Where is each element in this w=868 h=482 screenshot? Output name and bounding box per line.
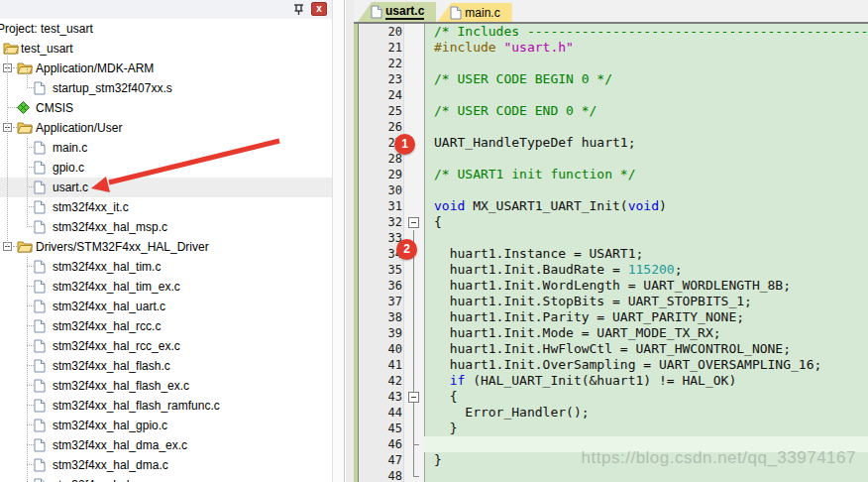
code-line-34[interactable]: 34 huart1.Instance = USART1; xyxy=(359,246,868,262)
tree-item-label: CMSIS xyxy=(36,101,73,115)
code-line-44[interactable]: 44 Error_Handler(); xyxy=(359,405,868,421)
tree-item-stm32f4xx-hal-flash-ramfunc-c[interactable]: stm32f4xx_hal_flash_ramfunc.c xyxy=(0,396,332,416)
line-number: 33 xyxy=(359,230,402,246)
code-line-35[interactable]: 35 huart1.Init.BaudRate = 115200; xyxy=(359,262,868,278)
folder-icon xyxy=(17,121,33,137)
file-icon xyxy=(34,399,46,416)
tree-item-stm32f4xx-hal-msp-c[interactable]: stm32f4xx_hal_msp.c xyxy=(0,217,332,237)
tree-item-gpio-c[interactable]: gpio.c xyxy=(0,158,332,178)
code-line-41[interactable]: 41 huart1.Init.OverSampling = UART_OVERS… xyxy=(359,357,868,373)
tab-usart-c[interactable]: usart.c xyxy=(358,2,436,22)
code-line-26[interactable]: 26 xyxy=(359,119,868,135)
tree-item-stm32f4xx-hal-rcc-c[interactable]: stm32f4xx_hal_rcc.c xyxy=(0,316,332,336)
fold-marker xyxy=(403,40,424,56)
code-line-29[interactable]: 29/* USART1 init function */ xyxy=(359,167,868,182)
code-text xyxy=(424,182,868,198)
tree-item-main-c[interactable]: main.c xyxy=(0,138,332,158)
tree-item-stm32f4xx-it-c[interactable]: stm32f4xx_it.c xyxy=(0,197,332,217)
line-number: 21 xyxy=(359,40,402,56)
tree-item-label: stm32f4xx_hal_tim_ex.c xyxy=(53,280,180,294)
code-line-20[interactable]: 20/* Includes --------------------------… xyxy=(359,24,868,40)
tree-item-stm32f4xx-hal-tim-c[interactable]: stm32f4xx_hal_tim.c xyxy=(0,257,332,277)
tree-item-label: stm32f4xx_hal_flash_ramfunc.c xyxy=(53,399,220,413)
tree-item-label: stm32f4xx_hal_rcc.c xyxy=(53,319,161,333)
tree-item-label: Drivers/STM32F4xx_HAL_Driver xyxy=(36,240,209,254)
fold-marker xyxy=(403,87,424,103)
tree-item-application-mdk-arm[interactable]: Application/MDK-ARM xyxy=(0,59,332,78)
tree-item-label: stm32f4xx_hal_tim.c xyxy=(53,260,161,274)
tree-item-stm32f4xx-hal-dma-c[interactable]: stm32f4xx_hal_dma.c xyxy=(0,455,332,475)
code-line-28[interactable]: 28 xyxy=(359,151,868,167)
file-icon xyxy=(34,419,46,435)
tree-item-test-usart[interactable]: test_usart xyxy=(0,39,332,59)
tree-item-cmsis[interactable]: CMSIS xyxy=(0,98,332,118)
code-line-48[interactable]: 48 xyxy=(359,468,868,482)
code-line-32[interactable]: 32{ xyxy=(359,214,868,230)
code-line-30[interactable]: 30 xyxy=(359,182,868,198)
code-line-37[interactable]: 37 huart1.Init.StopBits = UART_STOPBITS_… xyxy=(359,294,868,309)
pin-icon[interactable] xyxy=(291,2,306,17)
tree-item-application-user[interactable]: Application/User xyxy=(0,118,332,138)
code-line-21[interactable]: 21#include "usart.h" xyxy=(359,40,868,56)
tree-item-stm32f4xx-hal[interactable]: stm32f4xx_hal_ xyxy=(0,475,332,482)
file-icon xyxy=(34,300,46,316)
line-number: 46 xyxy=(359,436,402,452)
tree-item-startup-stm32f407xx-s[interactable]: startup_stm32f407xx.s xyxy=(0,78,332,98)
tree-item-label: main.c xyxy=(53,141,87,155)
code-line-31[interactable]: 31void MX_USART1_UART_Init(void) xyxy=(359,198,868,214)
line-number: 20 xyxy=(359,24,402,40)
line-number: 28 xyxy=(359,151,402,167)
code-text xyxy=(424,468,868,482)
tree-item-stm32f4xx-hal-rcc-ex-c[interactable]: stm32f4xx_hal_rcc_ex.c xyxy=(0,336,332,356)
line-number: 25 xyxy=(359,103,402,119)
folder-icon xyxy=(3,42,19,58)
close-icon[interactable]: x xyxy=(311,2,327,16)
code-line-25[interactable]: 25/* USER CODE END 0 */ xyxy=(359,103,868,119)
code-line-39[interactable]: 39 huart1.Init.Mode = UART_MODE_TX_RX; xyxy=(359,325,868,341)
code-text: /* USART1 init function */ xyxy=(424,167,868,182)
fold-marker xyxy=(403,421,424,436)
code-line-40[interactable]: 40 huart1.Init.HwFlowCtl = UART_HWCONTRO… xyxy=(359,341,868,357)
fold-marker xyxy=(403,309,424,325)
panel-splitter[interactable] xyxy=(346,0,354,482)
code-line-27[interactable]: 27UART_HandleTypeDef huart1; xyxy=(359,135,868,151)
line-number: 32 xyxy=(359,214,402,230)
tree-item-stm32f4xx-hal-uart-c[interactable]: stm32f4xx_hal_uart.c xyxy=(0,297,332,316)
tree-item-stm32f4xx-hal-gpio-c[interactable]: stm32f4xx_hal_gpio.c xyxy=(0,416,332,435)
tree-item-label: stm32f4xx_hal_gpio.c xyxy=(53,419,167,432)
code-text: if (HAL_UART_Init(&huart1) != HAL_OK) xyxy=(424,373,868,389)
file-icon xyxy=(34,339,46,356)
code-line-33[interactable]: 33 xyxy=(359,230,868,246)
fold-marker xyxy=(403,198,424,214)
tree-item-stm32f4xx-hal-flash-c[interactable]: stm32f4xx_hal_flash.c xyxy=(0,356,332,376)
code-line-23[interactable]: 23/* USER CODE BEGIN 0 */ xyxy=(359,71,868,87)
code-line-38[interactable]: 38 huart1.Init.Parity = UART_PARITY_NONE… xyxy=(359,309,868,325)
tree-item-stm32f4xx-hal-tim-ex-c[interactable]: stm32f4xx_hal_tim_ex.c xyxy=(0,277,332,297)
code-text: #include "usart.h" xyxy=(424,40,868,56)
fold-marker xyxy=(403,373,424,389)
file-icon xyxy=(34,200,46,217)
fold-marker[interactable] xyxy=(403,389,424,405)
fold-marker[interactable] xyxy=(403,214,424,230)
tree-item-stm32f4xx-hal-dma-ex-c[interactable]: stm32f4xx_hal_dma_ex.c xyxy=(0,435,332,455)
tree-item-usart-c[interactable]: usart.c xyxy=(0,178,332,197)
tree-item-stm32f4xx-hal-flash-ex-c[interactable]: stm32f4xx_hal_flash_ex.c xyxy=(0,376,332,396)
code-line-43[interactable]: 43 { xyxy=(359,389,868,405)
tree-item-label: stm32f4xx_it.c xyxy=(53,200,129,214)
code-editor[interactable]: 20/* Includes --------------------------… xyxy=(358,24,868,482)
tree-item-drivers-stm32f4xx-hal-driver[interactable]: Drivers/STM32F4xx_HAL_Driver xyxy=(0,237,332,257)
file-icon xyxy=(34,379,46,396)
code-line-45[interactable]: 45 } xyxy=(359,421,868,436)
code-line-36[interactable]: 36 huart1.Init.WordLength = UART_WORDLEN… xyxy=(359,278,868,294)
file-icon xyxy=(450,6,462,23)
file-icon xyxy=(34,280,46,297)
project-tree-scrollbar[interactable] xyxy=(332,0,345,482)
tree-item-project-test-usart[interactable]: Project: test_usart xyxy=(0,19,332,39)
code-line-24[interactable]: 24 xyxy=(359,87,868,103)
tree-item-label: stm32f4xx_hal_rcc_ex.c xyxy=(53,339,180,353)
code-line-42[interactable]: 42 if (HAL_UART_Init(&huart1) != HAL_OK) xyxy=(359,373,868,389)
tab-main-c[interactable]: main.c xyxy=(437,3,511,22)
line-number: 47 xyxy=(359,452,402,468)
code-line-22[interactable]: 22 xyxy=(359,56,868,71)
fold-marker xyxy=(403,357,424,373)
